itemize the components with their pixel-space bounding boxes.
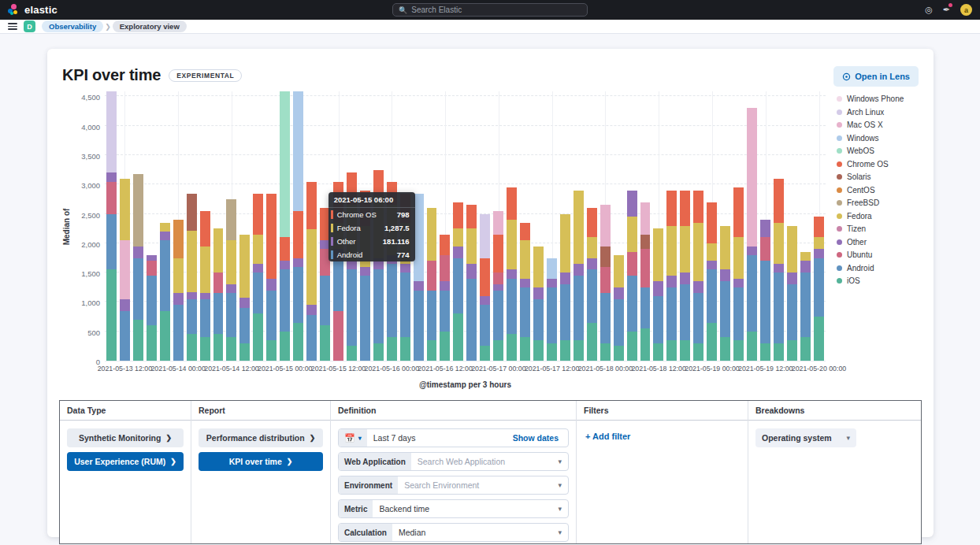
bar-segment-arch_linux[interactable] [106,91,117,172]
legend-item-webos[interactable]: WebOS [837,146,922,155]
stacked-bar[interactable] [666,191,677,361]
definition-field-web-application[interactable]: Web ApplicationSearch Web Application▾ [338,452,569,471]
bar-segment-other[interactable] [293,258,303,267]
bar-segment-other[interactable] [253,264,263,272]
legend-item-ubuntu[interactable]: Ubuntu [837,250,922,259]
bar-segment-android[interactable] [560,284,570,340]
menu-icon[interactable] [8,23,17,30]
bar-segment-ios[interactable] [266,340,277,361]
bar-segment-other[interactable] [466,264,477,279]
bar-segment-windows[interactable] [547,258,557,279]
legend-item-android[interactable]: Android [837,264,922,272]
bar-segment-ubuntu[interactable] [627,252,637,276]
bar-segment-android[interactable] [547,287,557,343]
stacked-bar[interactable] [120,179,130,361]
bar-segment-other[interactable] [400,264,410,272]
stacked-bar[interactable] [587,208,597,361]
bar-segment-android[interactable] [427,291,437,340]
bar-segment-other[interactable] [160,232,170,240]
bar-segment-ubuntu[interactable] [760,237,770,261]
bar-segment-fedora[interactable] [253,235,263,264]
stacked-bar[interactable] [200,211,210,361]
open-in-lens-button[interactable]: Open in Lens [833,66,919,87]
bar-segment-ios[interactable] [800,337,811,361]
bar-segment-fedora[interactable] [453,228,463,246]
stacked-bar[interactable] [493,211,503,361]
bar-segment-fedora[interactable] [173,258,184,294]
bar-segment-ios[interactable] [187,334,197,361]
bar-segment-ios[interactable] [200,337,210,361]
bar-segment-android[interactable] [133,258,143,320]
cloud-deployment-icon[interactable]: ◎ [925,5,933,15]
bar-segment-chromeos[interactable] [507,187,517,220]
bar-segment-macosx[interactable] [747,108,757,246]
bar-segment-fedora[interactable] [614,255,624,287]
bar-segment-solaris[interactable] [600,247,611,267]
bar-segment-ios[interactable] [533,340,544,361]
bar-segment-ios[interactable] [213,334,224,361]
stacked-bar[interactable] [653,228,663,361]
bar-segment-fedora[interactable] [239,235,250,298]
bar-segment-ios[interactable] [293,323,303,361]
bar-segment-fedora[interactable] [306,229,317,305]
field-value[interactable]: Backend time [373,500,551,517]
bar-segment-android[interactable] [653,296,663,343]
report-option-performance-distribution[interactable]: Performance distribution ❯ [199,428,323,447]
bar-segment-ios[interactable] [733,340,744,361]
bar-segment-fedora[interactable] [680,226,690,273]
bar-segment-android[interactable] [453,258,463,314]
bar-segment-android[interactable] [693,293,703,343]
stacked-bar[interactable] [547,258,557,361]
stacked-bar[interactable] [707,202,717,361]
bar-segment-fedora[interactable] [120,179,130,240]
bar-segment-chromeos[interactable] [587,208,597,237]
bar-segment-android[interactable] [480,305,490,346]
bar-segment-fedora[interactable] [213,228,224,272]
bar-segment-android[interactable] [600,293,611,343]
bar-segment-ios[interactable] [160,311,170,361]
bar-segment-android[interactable] [239,308,250,343]
bar-segment-ios[interactable] [427,340,437,361]
bar-segment-other[interactable] [480,296,490,305]
bar-segment-fedora[interactable] [774,223,784,264]
bar-segment-chromeos[interactable] [520,223,530,240]
date-range-picker[interactable]: 📅 ▾ Last 7 days Show dates [338,428,569,447]
bar-segment-android[interactable] [507,279,517,335]
bar-segment-fedora[interactable] [814,237,824,249]
bar-segment-android[interactable] [787,284,797,340]
bar-segment-ubuntu[interactable] [493,272,503,284]
bar-segment-android[interactable] [733,287,744,340]
date-picker-prepend[interactable]: 📅 ▾ [339,429,367,447]
bar-segment-fedora[interactable] [653,228,663,281]
stacked-bar[interactable] [453,202,463,361]
bar-segment-android[interactable] [347,269,357,346]
user-avatar[interactable]: a [960,4,972,16]
bar-segment-ios[interactable] [320,325,330,361]
bar-segment-chromeos[interactable] [266,194,277,279]
bar-segment-ios[interactable] [693,343,703,361]
bar-segment-ios[interactable] [239,343,250,361]
bar-segment-other[interactable] [800,261,811,272]
bar-segment-ios[interactable] [280,332,290,361]
bar-segment-ubuntu[interactable] [440,255,450,282]
bar-segment-other[interactable] [200,293,210,298]
bar-segment-other[interactable] [453,247,463,258]
bar-segment-other[interactable] [360,267,370,276]
bar-segment-android[interactable] [440,291,450,332]
legend-item-tizen[interactable]: Tizen [837,224,922,233]
bar-segment-fedora[interactable] [427,208,437,261]
stacked-bar[interactable] [787,226,797,361]
bar-segment-other[interactable] [547,279,557,287]
show-dates-link[interactable]: Show dates [513,433,562,443]
bar-segment-ubuntu[interactable] [600,267,611,294]
stacked-bar[interactable] [693,191,703,361]
bar-segment-freebsd[interactable] [133,174,143,246]
bar-segment-other[interactable] [680,272,690,284]
global-search-input[interactable]: 🔍 Search Elastic [392,3,588,17]
bar-segment-fedora[interactable] [507,220,517,269]
bar-segment-ios[interactable] [600,343,611,361]
bar-segment-android[interactable] [747,255,757,332]
field-value[interactable]: Search Environment [398,476,551,494]
bar-segment-other[interactable] [133,247,143,258]
bar-segment-fedora[interactable] [574,191,584,264]
